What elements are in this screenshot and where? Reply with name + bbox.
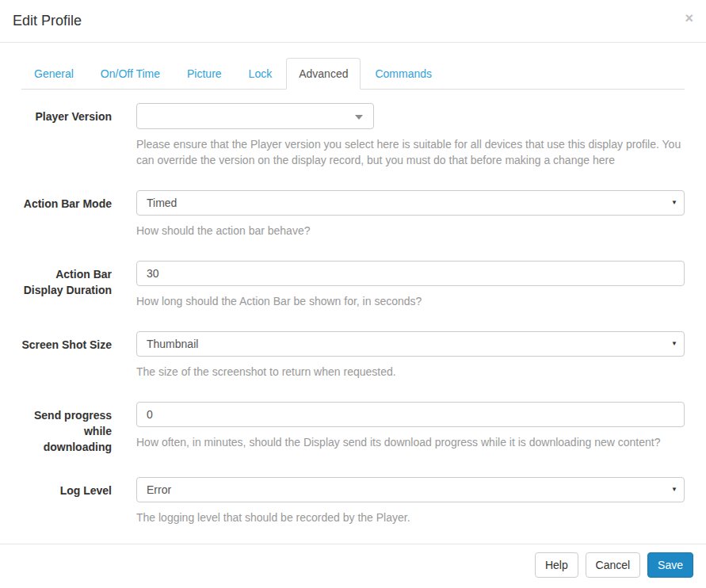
help-button[interactable]: Help — [535, 552, 578, 578]
caret-down-icon: ▼ — [671, 200, 677, 206]
action-bar-mode-label: Action Bar Mode — [21, 190, 112, 239]
modal-header: Edit Profile × — [0, 0, 706, 43]
caret-down-icon: ▼ — [671, 487, 677, 493]
action-bar-mode-value: Timed — [147, 197, 177, 209]
send-progress-input[interactable] — [136, 402, 685, 427]
modal-title: Edit Profile — [13, 12, 693, 30]
player-version-dropdown[interactable] — [136, 103, 374, 129]
player-version-help: Please ensure that the Player version yo… — [136, 136, 685, 168]
close-icon[interactable]: × — [681, 10, 696, 27]
log-level-help: The logging level that should be recorde… — [136, 510, 685, 525]
cancel-button[interactable]: Cancel — [586, 552, 641, 578]
tab-commands[interactable]: Commands — [362, 58, 445, 90]
action-bar-display-duration-label: Action Bar Display Duration — [21, 261, 112, 309]
advanced-form: Player Version Please ensure that the Pl… — [21, 103, 685, 525]
save-button[interactable]: Save — [647, 552, 693, 578]
log-level-value: Error — [147, 483, 171, 496]
caret-down-icon: ▼ — [671, 341, 677, 347]
tab-general[interactable]: General — [21, 58, 86, 90]
tab-bar: General On/Off Time Picture Lock Advance… — [21, 58, 685, 90]
send-progress-help: How often, in minutes, should the Displa… — [136, 434, 685, 450]
tab-picture[interactable]: Picture — [174, 58, 235, 90]
log-level-select[interactable]: Error ▼ — [136, 477, 685, 502]
screen-shot-size-select[interactable]: Thumbnail ▼ — [136, 331, 685, 357]
screen-shot-size-label: Screen Shot Size — [21, 331, 112, 380]
form-group-log-level: Log Level Error ▼ The logging level that… — [21, 477, 685, 525]
form-group-action-bar-display-duration: Action Bar Display Duration How long sho… — [21, 261, 685, 309]
tab-onoff-time[interactable]: On/Off Time — [88, 58, 173, 90]
chevron-down-icon — [355, 115, 363, 120]
log-level-label: Log Level — [21, 477, 112, 525]
form-group-player-version: Player Version Please ensure that the Pl… — [21, 103, 685, 168]
tab-lock[interactable]: Lock — [236, 58, 285, 90]
screen-shot-size-help: The size of the screenshot to return whe… — [136, 364, 685, 380]
tab-advanced[interactable]: Advanced — [286, 58, 361, 90]
send-progress-label: Send progress while downloading — [21, 402, 112, 455]
modal-footer: Help Cancel Save — [0, 544, 706, 588]
action-bar-mode-select[interactable]: Timed ▼ — [136, 190, 685, 216]
edit-profile-modal: Edit Profile × General On/Off Time Pictu… — [0, 0, 706, 588]
action-bar-display-duration-help: How long should the Action Bar be shown … — [136, 293, 685, 309]
form-group-send-progress: Send progress while downloading How ofte… — [21, 402, 685, 455]
action-bar-mode-help: How should the action bar behave? — [136, 223, 685, 239]
form-group-action-bar-mode: Action Bar Mode Timed ▼ How should the a… — [21, 190, 685, 239]
form-group-screen-shot-size: Screen Shot Size Thumbnail ▼ The size of… — [21, 331, 685, 380]
action-bar-display-duration-input[interactable] — [136, 261, 685, 286]
player-version-label: Player Version — [21, 103, 112, 168]
screen-shot-size-value: Thumbnail — [147, 338, 198, 350]
modal-body: General On/Off Time Picture Lock Advance… — [0, 43, 706, 544]
